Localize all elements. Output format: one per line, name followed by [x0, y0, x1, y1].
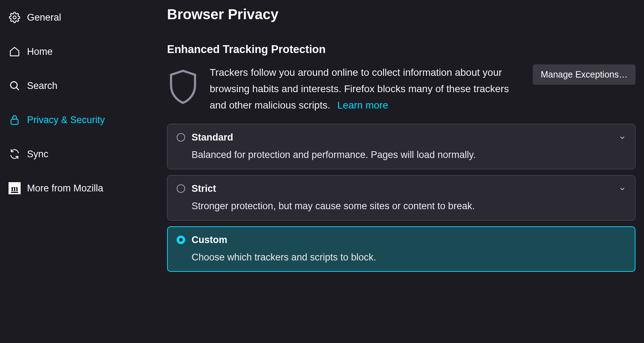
sidebar-item-privacy-security[interactable]: Privacy & Security: [7, 109, 139, 131]
section-title: Enhanced Tracking Protection: [167, 43, 635, 56]
sidebar-item-label: Search: [27, 80, 58, 91]
radio-strict[interactable]: [177, 184, 185, 193]
option-description: Stronger protection, but may cause some …: [192, 201, 626, 212]
option-title: Standard: [192, 132, 233, 143]
sidebar-item-label: Home: [27, 46, 53, 57]
manage-exceptions-button[interactable]: Manage Exceptions…: [533, 64, 635, 85]
sidebar-item-home[interactable]: Home: [7, 41, 139, 63]
svg-line-2: [16, 88, 19, 90]
svg-rect-3: [11, 119, 18, 125]
tracking-protection-options: Standard Balanced for protection and per…: [167, 124, 635, 272]
lock-icon: [9, 114, 21, 126]
search-icon: [9, 80, 21, 92]
settings-sidebar: General Home Search Privacy & Security: [0, 0, 139, 343]
page-title: Browser Privacy: [167, 6, 635, 22]
sync-icon: [9, 148, 21, 160]
radio-standard[interactable]: [177, 133, 185, 142]
radio-custom[interactable]: [177, 236, 185, 244]
chevron-down-icon[interactable]: [619, 134, 626, 143]
sidebar-item-sync[interactable]: Sync: [7, 143, 139, 165]
sidebar-item-more-from-mozilla[interactable]: m More from Mozilla: [7, 177, 139, 199]
section-description: Trackers follow you around online to col…: [210, 64, 522, 114]
home-icon: [9, 46, 21, 58]
option-description: Choose which trackers and scripts to blo…: [192, 252, 626, 263]
option-strict[interactable]: Strict Stronger protection, but may caus…: [167, 175, 635, 221]
section-header: Trackers follow you around online to col…: [167, 64, 635, 114]
svg-point-1: [11, 82, 17, 89]
sidebar-item-label: General: [27, 12, 61, 23]
option-title: Custom: [192, 234, 227, 246]
chevron-down-icon[interactable]: [619, 185, 626, 194]
sidebar-item-label: More from Mozilla: [27, 183, 103, 194]
option-standard[interactable]: Standard Balanced for protection and per…: [167, 124, 635, 169]
sidebar-item-search[interactable]: Search: [7, 75, 139, 97]
sidebar-item-label: Privacy & Security: [27, 115, 105, 126]
learn-more-link[interactable]: Learn more: [337, 100, 388, 111]
option-title: Strict: [192, 183, 216, 194]
mozilla-icon: m: [9, 182, 21, 194]
svg-point-0: [13, 16, 16, 19]
main-content: Browser Privacy Enhanced Tracking Protec…: [139, 0, 644, 343]
option-description: Balanced for protection and performance.…: [192, 149, 626, 160]
shield-icon: [167, 64, 199, 108]
gear-icon: [9, 11, 21, 23]
option-custom[interactable]: Custom Choose which trackers and scripts…: [167, 226, 635, 272]
sidebar-item-label: Sync: [27, 149, 48, 160]
sidebar-item-general[interactable]: General: [7, 6, 139, 28]
